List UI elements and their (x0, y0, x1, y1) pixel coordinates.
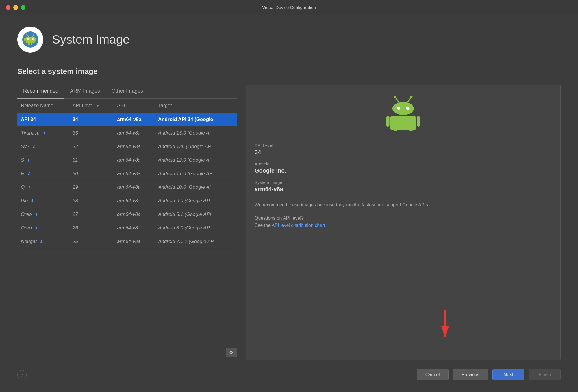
cell-target: Android 12.0 (Google AI (155, 154, 237, 167)
cell-abi: arm64-v8a (114, 126, 155, 140)
divider (255, 137, 552, 137)
image-table-container[interactable]: Release Name API Level ▼ ABI Target (17, 99, 237, 345)
svg-rect-22 (417, 116, 420, 127)
download-icon[interactable]: ⬇ (38, 239, 43, 244)
previous-button[interactable]: Previous (453, 369, 488, 380)
recommend-text: We recommend these images because they r… (255, 201, 552, 209)
api-level-link[interactable]: API level distribution chart (272, 223, 325, 228)
sort-arrow-icon: ▼ (96, 104, 100, 108)
next-button[interactable]: Next (492, 369, 524, 380)
window-controls (6, 5, 25, 10)
tab-other-images[interactable]: Other Images (106, 85, 149, 98)
table-row[interactable]: Tiramisu ⬇33arm64-v8aAndroid 13.0 (Googl… (17, 126, 237, 140)
close-button[interactable] (6, 5, 10, 10)
info-row: API Level 34 (255, 143, 552, 156)
image-table: Release Name API Level ▼ ABI Target (17, 99, 237, 249)
table-row[interactable]: S ⬇31arm64-v8aAndroid 12.0 (Google AI (17, 154, 237, 167)
svg-point-3 (27, 38, 29, 40)
finish-button[interactable]: Finish (529, 369, 561, 380)
cell-abi: arm64-v8a (114, 181, 155, 194)
bottom-bar: ? Cancel Previous Next Finish (17, 360, 561, 380)
api-level-block: API Level 34 (255, 143, 552, 156)
svg-point-19 (406, 107, 409, 110)
col-header-release-name[interactable]: Release Name (17, 99, 69, 113)
api-level-label: API Level (255, 143, 552, 148)
title-bar: Virtual Device Configuration (0, 0, 578, 15)
help-button[interactable]: ? (17, 370, 27, 379)
cell-api-level: 30 (69, 167, 114, 181)
main-content: System Image Select a system image Recom… (0, 15, 578, 392)
cell-abi: arm64-v8a (114, 154, 155, 167)
download-icon[interactable]: ⬇ (25, 158, 30, 163)
table-row[interactable]: Sv2 ⬇32arm64-v8aAndroid 12L (Google AP (17, 140, 237, 154)
cell-release-name: Tiramisu ⬇ (17, 126, 69, 140)
cell-abi: arm64-v8a (114, 113, 155, 126)
table-row[interactable]: Oreo ⬇26arm64-v8aAndroid 8.0 (Google AP (17, 221, 237, 235)
android-value: Google Inc. (255, 167, 552, 174)
col-header-abi[interactable]: ABI (114, 99, 155, 113)
cell-abi: arm64-v8a (114, 194, 155, 208)
svg-rect-17 (392, 102, 414, 115)
table-row[interactable]: Pie ⬇28arm64-v8aAndroid 9.0 (Google AP (17, 194, 237, 208)
cell-api-level: 32 (69, 140, 114, 154)
table-row[interactable]: Q ⬇29arm64-v8aAndroid 10.0 (Google AI (17, 181, 237, 194)
table-row[interactable]: API 3434arm64-v8aAndroid API 34 (Google (17, 113, 237, 126)
cell-release-name: Sv2 ⬇ (17, 140, 69, 154)
cell-release-name: Oreo ⬇ (17, 221, 69, 235)
cell-release-name: R ⬇ (17, 167, 69, 181)
table-row[interactable]: R ⬇30arm64-v8aAndroid 11.0 (Google AP (17, 167, 237, 181)
col-header-api-level[interactable]: API Level ▼ (69, 99, 114, 113)
svg-rect-21 (386, 116, 390, 127)
cell-api-level: 29 (69, 181, 114, 194)
refresh-button[interactable]: ⟳ (226, 348, 237, 357)
svg-rect-20 (390, 116, 416, 130)
cell-api-level: 27 (69, 208, 114, 221)
cell-target: Android 8.0 (Google AP (155, 221, 237, 235)
arrow-annotation (436, 308, 454, 344)
svg-point-18 (397, 107, 400, 110)
right-panel: API Level 34 Android Google Inc. System … (246, 85, 561, 360)
cell-abi: arm64-v8a (114, 235, 155, 249)
svg-point-16 (410, 96, 412, 98)
section-title: Select a system image (17, 67, 561, 76)
download-icon[interactable]: ⬇ (26, 185, 31, 190)
cell-abi: arm64-v8a (114, 208, 155, 221)
download-icon[interactable]: ⬇ (41, 131, 46, 135)
cancel-button[interactable]: Cancel (417, 369, 449, 380)
svg-point-4 (32, 38, 34, 40)
cell-target: Android 13.0 (Google AI (155, 126, 237, 140)
table-footer: ⟳ (17, 345, 237, 360)
table-row[interactable]: Nougat ⬇25arm64-v8aAndroid 7.1.1 (Google… (17, 235, 237, 249)
download-icon[interactable]: ⬇ (31, 144, 35, 149)
download-icon[interactable]: ⬇ (33, 212, 38, 217)
tab-recommended[interactable]: Recommended (17, 85, 64, 99)
table-row[interactable]: Oreo ⬇27arm64-v8aAndroid 8.1 (Google API (17, 208, 237, 221)
cell-release-name: Nougat ⬇ (17, 235, 69, 249)
cell-release-name: API 34 (17, 113, 69, 126)
cell-target: Android 10.0 (Google AI (155, 181, 237, 194)
col-header-target[interactable]: Target (155, 99, 237, 113)
maximize-button[interactable] (21, 5, 25, 10)
download-icon[interactable]: ⬇ (33, 226, 38, 230)
cell-release-name: Q ⬇ (17, 181, 69, 194)
svg-rect-7 (24, 38, 26, 41)
tab-arm-images[interactable]: ARM Images (64, 85, 106, 98)
arrow-icon (436, 308, 454, 343)
cell-release-name: S ⬇ (17, 154, 69, 167)
system-image-label: System Image (255, 180, 552, 185)
minimize-button[interactable] (13, 5, 18, 10)
cell-target: Android 9.0 (Google AP (155, 194, 237, 208)
svg-rect-6 (31, 43, 32, 45)
download-icon[interactable]: ⬇ (29, 199, 34, 203)
download-icon[interactable]: ⬇ (26, 171, 30, 176)
api-level-value: 34 (255, 149, 552, 156)
svg-point-10 (26, 34, 27, 35)
svg-rect-5 (28, 43, 30, 45)
cell-api-level: 25 (69, 235, 114, 249)
cell-api-level: 33 (69, 126, 114, 140)
android-icon-container (255, 94, 552, 131)
android-label: Android (255, 161, 552, 166)
cell-abi: arm64-v8a (114, 221, 155, 235)
cell-api-level: 34 (69, 113, 114, 126)
cell-api-level: 31 (69, 154, 114, 167)
